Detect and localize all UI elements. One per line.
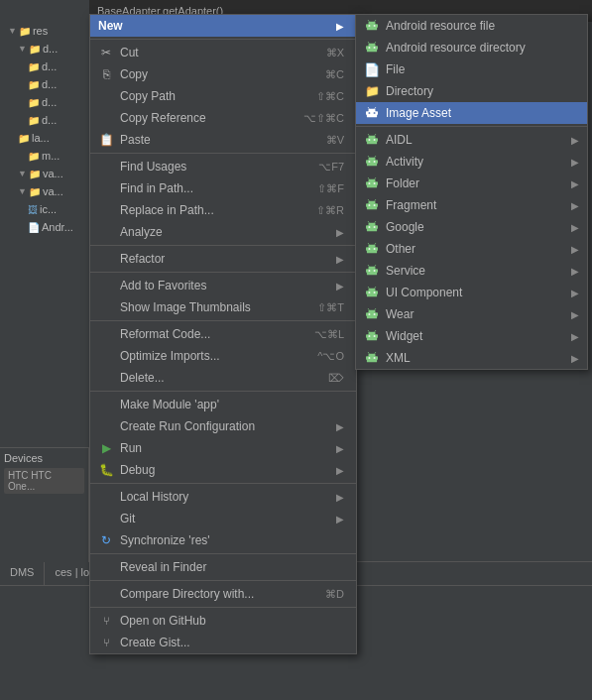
activity-icon bbox=[364, 154, 380, 170]
svg-rect-37 bbox=[369, 161, 371, 163]
menu-item-local-history[interactable]: Local History ▶ bbox=[90, 486, 356, 508]
tree-item-va2[interactable]: ▼ 📁 va... bbox=[0, 182, 89, 200]
svg-rect-47 bbox=[366, 181, 367, 184]
device-name[interactable]: HTC HTC One... bbox=[4, 468, 84, 494]
svg-rect-22 bbox=[374, 112, 376, 114]
tree-item-andr[interactable]: 📄 Andr... bbox=[0, 218, 89, 236]
menu-item-favorites[interactable]: Add to Favorites ▶ bbox=[90, 275, 356, 296]
svg-rect-86 bbox=[374, 292, 376, 293]
submenu-item-android-resource-file[interactable]: Android resource file bbox=[356, 15, 587, 37]
submenu-item-directory[interactable]: 📁 Directory bbox=[356, 80, 587, 102]
svg-line-12 bbox=[375, 42, 377, 44]
svg-rect-77 bbox=[369, 270, 371, 272]
submenu-item-file[interactable]: 📄 File bbox=[356, 58, 587, 80]
copy-path-shortcut: ⇧⌘C bbox=[316, 90, 344, 103]
menu-item-gist[interactable]: ⑂ Create Gist... bbox=[90, 632, 356, 653]
paste-label: Paste bbox=[120, 133, 306, 147]
menu-item-find-path[interactable]: Find in Path... ⇧⌘F bbox=[90, 177, 356, 199]
tree-item-d4[interactable]: 📁 d... bbox=[0, 93, 89, 111]
menu-item-compare[interactable]: Compare Directory with... ⌘D bbox=[90, 583, 356, 605]
tree-item-la[interactable]: 📁 la... bbox=[0, 129, 89, 147]
svg-line-84 bbox=[375, 287, 377, 289]
svg-rect-38 bbox=[374, 161, 376, 163]
svg-rect-8 bbox=[369, 27, 374, 30]
menu-item-replace-path[interactable]: Replace in Path... ⇧⌘R bbox=[90, 199, 356, 221]
compare-shortcut: ⌘D bbox=[325, 588, 344, 601]
tree-item-ic[interactable]: 🖼 ic... bbox=[0, 200, 89, 218]
submenu-item-folder[interactable]: Folder ▶ bbox=[356, 173, 587, 194]
svg-line-11 bbox=[368, 42, 370, 44]
menu-item-copy[interactable]: ⎘ Copy ⌘C bbox=[90, 63, 356, 85]
menu-item-debug[interactable]: 🐛 Debug ▶ bbox=[90, 459, 356, 481]
tab-dms[interactable]: DMS bbox=[0, 562, 45, 585]
submenu-item-activity[interactable]: Activity ▶ bbox=[356, 151, 587, 173]
activity-label: Activity bbox=[386, 155, 567, 169]
make-module-icon bbox=[98, 397, 114, 412]
svg-line-27 bbox=[368, 134, 370, 136]
menu-item-refactor[interactable]: Refactor ▶ bbox=[90, 248, 356, 270]
android-resource-file-icon bbox=[364, 18, 380, 34]
svg-line-99 bbox=[368, 330, 370, 332]
submenu-item-aidl[interactable]: AIDL ▶ bbox=[356, 129, 587, 151]
submenu-item-ui-component[interactable]: UI Component ▶ bbox=[356, 282, 587, 303]
tree-item-va1[interactable]: ▼ 📁 va... bbox=[0, 165, 89, 182]
tree-item-d3[interactable]: 📁 d... bbox=[0, 75, 89, 93]
submenu-item-android-resource-dir[interactable]: Android resource directory bbox=[356, 37, 587, 58]
svg-rect-21 bbox=[369, 112, 371, 114]
activity-arrow: ▶ bbox=[571, 157, 579, 168]
tree-item-m[interactable]: 📁 m... bbox=[0, 147, 89, 165]
menu-item-thumbnails[interactable]: Show Image Thumbnails ⇧⌘T bbox=[90, 296, 356, 318]
submenu-item-google[interactable]: Google ▶ bbox=[356, 216, 587, 238]
reveal-icon bbox=[98, 559, 114, 575]
submenu-item-xml[interactable]: XML ▶ bbox=[356, 347, 587, 369]
menu-item-optimize[interactable]: Optimize Imports... ^⌥O bbox=[90, 345, 356, 367]
git-icon bbox=[98, 511, 114, 526]
menu-item-reformat[interactable]: Reformat Code... ⌥⌘L bbox=[90, 323, 356, 345]
svg-line-108 bbox=[375, 352, 377, 354]
submenu-item-other[interactable]: Other ▶ bbox=[356, 238, 587, 260]
menu-item-find-usages[interactable]: Find Usages ⌥F7 bbox=[90, 156, 356, 177]
svg-rect-32 bbox=[377, 138, 378, 141]
menu-item-sync[interactable]: ↻ Synchronize 'res' bbox=[90, 529, 356, 551]
devices-label: Devices bbox=[4, 452, 84, 464]
menu-item-make-module[interactable]: Make Module 'app' bbox=[90, 394, 356, 415]
menu-item-cut[interactable]: ✂ Cut ⌘X bbox=[90, 42, 356, 63]
run-label: Run bbox=[120, 441, 332, 455]
submenu-item-image-asset[interactable]: Image Asset bbox=[356, 102, 587, 124]
menu-item-copy-path[interactable]: Copy Path ⇧⌘C bbox=[90, 85, 356, 107]
submenu-item-fragment[interactable]: Fragment ▶ bbox=[356, 194, 587, 216]
menu-item-reveal[interactable]: Reveal in Finder bbox=[90, 556, 356, 578]
submenu-item-service[interactable]: Service ▶ bbox=[356, 260, 587, 282]
other-arrow: ▶ bbox=[571, 244, 579, 255]
tree-item-d5[interactable]: 📁 d... bbox=[0, 111, 89, 129]
submenu-new: Android resource file Android resource d… bbox=[355, 14, 588, 370]
svg-rect-54 bbox=[374, 204, 376, 206]
replace-path-label: Replace in Path... bbox=[120, 203, 296, 217]
menu-item-new[interactable]: New ▶ bbox=[90, 15, 356, 37]
svg-line-19 bbox=[368, 107, 370, 109]
menu-item-run-config[interactable]: Create Run Configuration ▶ bbox=[90, 415, 356, 437]
svg-line-100 bbox=[375, 330, 377, 332]
tree-item-d2[interactable]: 📁 d... bbox=[0, 58, 89, 75]
wear-label: Wear bbox=[386, 307, 567, 321]
favorites-icon bbox=[98, 278, 114, 293]
tree-item-d1[interactable]: ▼ 📁 d... bbox=[0, 40, 89, 58]
menu-item-run[interactable]: ▶ Run ▶ bbox=[90, 437, 356, 459]
tree-item-res[interactable]: ▼ 📁 res bbox=[0, 22, 89, 40]
file-label: File bbox=[386, 62, 579, 76]
submenu-item-wear[interactable]: Wear ▶ bbox=[356, 303, 587, 325]
file-icon: 📄 bbox=[364, 61, 380, 77]
menu-item-paste[interactable]: 📋 Paste ⌘V bbox=[90, 129, 356, 151]
menu-item-analyze[interactable]: Analyze ▶ bbox=[90, 221, 356, 243]
submenu-item-widget[interactable]: Widget ▶ bbox=[356, 325, 587, 347]
sync-icon: ↻ bbox=[98, 532, 114, 548]
find-path-icon bbox=[98, 180, 114, 196]
replace-path-icon bbox=[98, 202, 114, 218]
cut-label: Cut bbox=[120, 46, 306, 59]
menu-item-copy-ref[interactable]: Copy Reference ⌥⇧⌘C bbox=[90, 107, 356, 129]
folder-icon: 📁 bbox=[29, 169, 41, 179]
copy-label: Copy bbox=[120, 67, 305, 81]
menu-item-github[interactable]: ⑂ Open on GitHub bbox=[90, 610, 356, 632]
menu-item-delete[interactable]: Delete... ⌦ bbox=[90, 367, 356, 389]
menu-item-git[interactable]: Git ▶ bbox=[90, 508, 356, 529]
